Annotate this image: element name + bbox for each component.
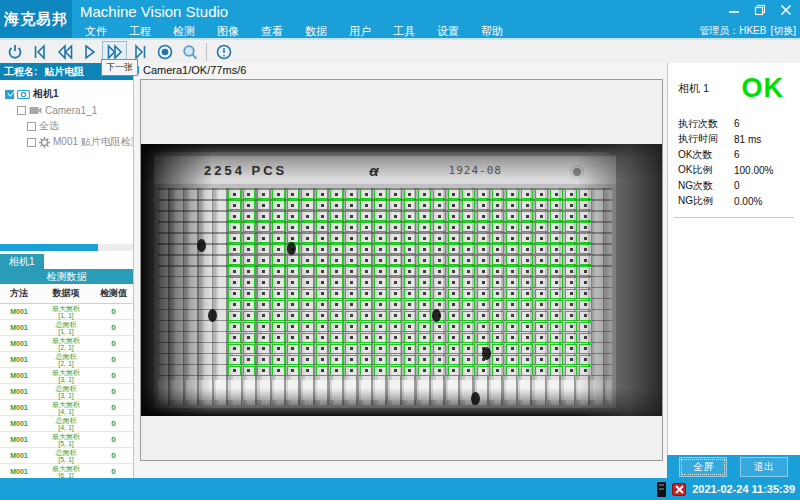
menu-item[interactable]: 用户	[338, 23, 382, 40]
detection-box	[228, 344, 241, 354]
detection-box	[579, 244, 592, 254]
table-row[interactable]: M001最大面积[5, 1]0	[0, 432, 133, 448]
detection-box	[462, 277, 475, 287]
detection-box	[374, 366, 387, 376]
menu-item[interactable]: 帮助	[470, 23, 514, 40]
menu-item[interactable]: 设置	[426, 23, 470, 40]
table-row[interactable]: M001最大面积[3, 1]0	[0, 368, 133, 384]
detection-box	[579, 289, 592, 299]
detection-box	[243, 222, 256, 232]
table-row[interactable]: M001总面积[3, 1]0	[0, 384, 133, 400]
detection-data-title: 检测数据	[0, 269, 133, 284]
switch-user-button[interactable]: [切换]	[770, 24, 796, 38]
detection-box	[433, 333, 446, 343]
scrollbar-thumb[interactable]	[0, 244, 98, 251]
record-icon[interactable]	[152, 41, 177, 62]
tree-item[interactable]: M001 贴片电阻检测	[3, 134, 130, 150]
detection-box	[316, 266, 329, 276]
exit-button[interactable]: 退出	[740, 457, 788, 477]
tray-rail-band	[158, 380, 612, 400]
menu-item[interactable]: 检测	[162, 23, 206, 40]
detection-box	[301, 211, 314, 221]
image-viewer[interactable]: 2254 PCS α 1924-08	[140, 79, 663, 461]
menu-item[interactable]: 图像	[206, 23, 250, 40]
detection-box	[243, 300, 256, 310]
tree-item-checkbox[interactable]	[17, 106, 26, 115]
table-row[interactable]: M001总面积[2, 1]0	[0, 352, 133, 368]
detection-box	[228, 311, 241, 321]
detection-box	[565, 200, 578, 210]
stat-value: 6	[734, 149, 740, 160]
menu-item[interactable]: 工具	[382, 23, 426, 40]
table-row[interactable]: M001最大面积[6, 1]0	[0, 464, 133, 478]
tree-item-checkbox[interactable]	[27, 122, 36, 131]
table-row[interactable]: M001最大面积[4, 1]0	[0, 400, 133, 416]
detection-box	[462, 289, 475, 299]
detection-box	[301, 300, 314, 310]
power-icon[interactable]	[2, 41, 27, 62]
detection-box	[565, 289, 578, 299]
status-bar: 2021-02-24 11:35:39	[0, 478, 800, 500]
detection-box	[243, 189, 256, 199]
detection-box	[550, 233, 563, 243]
tree-item[interactable]: Camera1_1	[3, 102, 130, 118]
tray-pcs-text: 2254 PCS	[204, 163, 287, 178]
tree-item-checkbox[interactable]	[5, 90, 14, 99]
film-icon	[29, 106, 42, 115]
col-header-value: 检测值	[94, 284, 133, 303]
menu-item[interactable]: 数据	[294, 23, 338, 40]
menu-item[interactable]: 文件	[74, 23, 118, 40]
next-frame-tooltip: 下一张	[101, 59, 138, 76]
prev-frame-icon[interactable]	[52, 41, 77, 62]
zoom-icon[interactable]	[177, 41, 202, 62]
detection-box	[360, 344, 373, 354]
detection-box	[404, 300, 417, 310]
first-frame-icon[interactable]	[27, 41, 52, 62]
detection-box	[579, 333, 592, 343]
close-icon[interactable]	[778, 3, 794, 17]
table-row[interactable]: M001总面积[4, 1]0	[0, 416, 133, 432]
detection-box	[374, 355, 387, 365]
detection-box	[535, 266, 548, 276]
detection-box	[550, 366, 563, 376]
menu-item[interactable]: 工程	[118, 23, 162, 40]
image-view-area: Camera1/OK/77ms/6 2254 PCS α 1924-08	[134, 63, 667, 478]
detection-box	[404, 233, 417, 243]
detection-box	[565, 244, 578, 254]
detection-box	[389, 289, 402, 299]
detection-box	[287, 300, 300, 310]
menu-item[interactable]: 查看	[250, 23, 294, 40]
detection-box	[243, 266, 256, 276]
horizontal-scrollbar[interactable]	[0, 244, 133, 251]
detection-box	[257, 355, 270, 365]
minimize-icon[interactable]	[726, 3, 742, 17]
detection-box	[433, 277, 446, 287]
restore-icon[interactable]	[752, 3, 768, 17]
detection-box	[418, 366, 431, 376]
timestamp: 2021-02-24 11:35:39	[692, 483, 795, 495]
tree-item-checkbox[interactable]	[27, 138, 36, 147]
table-row[interactable]: M001总面积[1, 1]0	[0, 320, 133, 336]
tree-item[interactable]: 相机1	[3, 86, 130, 102]
detection-box	[257, 266, 270, 276]
detection-box	[374, 333, 387, 343]
detection-box	[550, 200, 563, 210]
fullscreen-button[interactable]: 全屏	[679, 457, 727, 477]
window-controls	[726, 3, 794, 17]
table-row[interactable]: M001总面积[5, 1]0	[0, 448, 133, 464]
cell-method: M001	[0, 388, 38, 395]
table-row[interactable]: M001最大面积[2, 1]0	[0, 336, 133, 352]
detection-box	[565, 211, 578, 221]
detection-box	[448, 300, 461, 310]
tray-hole	[570, 165, 584, 179]
detection-box	[272, 277, 285, 287]
detection-box	[448, 322, 461, 332]
cell-method: M001	[0, 308, 38, 315]
detection-box	[272, 322, 285, 332]
info-icon[interactable]	[211, 41, 236, 62]
play-icon[interactable]	[77, 41, 102, 62]
table-row[interactable]: M001最大面积[1, 1]0	[0, 304, 133, 320]
tray-date-stamp: 1924-08	[449, 164, 502, 177]
detection-box	[287, 311, 300, 321]
tree-item[interactable]: 全选	[3, 118, 130, 134]
